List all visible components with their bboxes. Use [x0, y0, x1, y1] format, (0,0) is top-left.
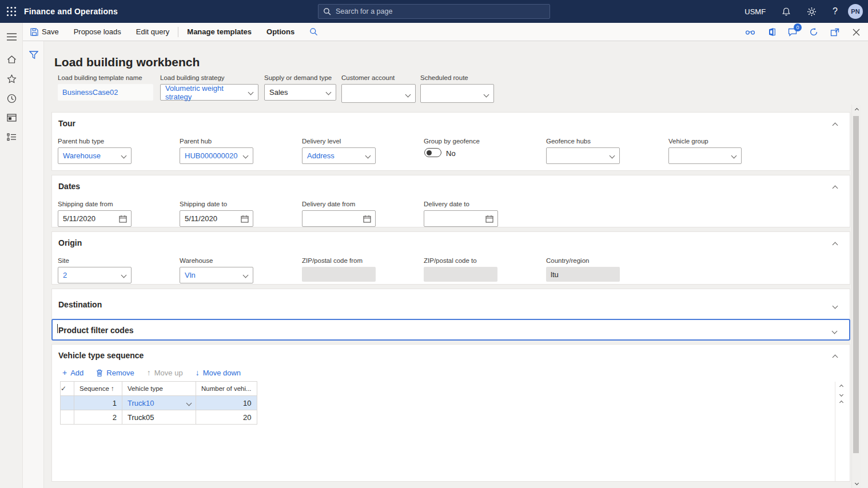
chevron-down-icon — [854, 481, 858, 485]
parent-hub-select[interactable]: HUB000000020 — [180, 147, 253, 164]
tour-collapse-button[interactable] — [830, 121, 839, 130]
app-launcher-waffle-icon[interactable] — [0, 0, 23, 23]
add-row-button[interactable]: + Add — [62, 368, 83, 377]
actionbar-divider — [178, 27, 178, 37]
vehicle-type-value: Truck10 — [128, 399, 154, 407]
template-name-label: Load building template name — [58, 74, 153, 81]
calendar-icon[interactable] — [119, 215, 127, 223]
strategy-select[interactable]: Volumetric weight strategy — [160, 84, 258, 101]
find-action-icon[interactable] — [302, 23, 325, 41]
scrollbar-thumb[interactable] — [853, 116, 859, 453]
calendar-icon[interactable] — [363, 215, 371, 223]
grid-row-1[interactable]: 1 Truck10 10 — [61, 396, 257, 410]
group-by-geofence-value: No — [446, 149, 456, 158]
vehicle-group-select[interactable] — [668, 147, 742, 164]
company-selector[interactable]: USMF — [736, 0, 774, 23]
global-search-input[interactable]: Search for a page — [318, 4, 550, 19]
delivery-level-select[interactable]: Address — [302, 147, 376, 164]
number-of-vehicles-cell[interactable]: 10 — [196, 396, 257, 410]
propose-loads-button[interactable]: Propose loads — [66, 23, 129, 41]
customer-account-select[interactable] — [341, 84, 416, 103]
delivery-level-value: Address — [307, 151, 335, 160]
origin-collapse-button[interactable] — [830, 240, 839, 249]
move-down-label: Move down — [203, 369, 241, 377]
country-region-value: ltu — [551, 270, 559, 279]
toggle-knob — [427, 150, 432, 155]
shipping-date-from-input[interactable]: 5/11/2020 — [58, 210, 132, 227]
remove-row-button[interactable]: Remove — [96, 369, 134, 377]
chevron-down-icon — [365, 153, 371, 159]
grid-scroll-down-button[interactable] — [838, 391, 845, 398]
supply-type-select[interactable]: Sales — [264, 84, 336, 101]
filter-funnel-icon[interactable] — [23, 46, 44, 64]
modules-list-icon[interactable] — [0, 128, 23, 146]
vehicle-type-cell[interactable]: Truck05 — [122, 410, 196, 425]
delivery-date-to-input[interactable] — [424, 210, 498, 227]
site-select[interactable]: 2 — [58, 267, 132, 283]
refresh-icon[interactable] — [809, 27, 819, 37]
app-title[interactable]: Finance and Operations — [24, 7, 118, 16]
row-selector[interactable] — [61, 410, 74, 425]
scrollbar-up-arrow[interactable] — [854, 107, 859, 113]
tab-options[interactable]: Options — [259, 23, 302, 41]
template-name-input[interactable]: BusinessCase02 — [58, 84, 153, 101]
grid-scroll-up-button[interactable] — [838, 383, 845, 390]
settings-gear-icon[interactable] — [799, 0, 825, 23]
messages-icon[interactable]: 0 — [787, 27, 798, 37]
chevron-up-icon — [832, 242, 838, 247]
calendar-icon[interactable] — [241, 215, 249, 223]
arrow-up-icon: ↑ — [147, 368, 151, 377]
vehicle-type-sequence-collapse-button[interactable] — [830, 353, 839, 362]
select-all-header[interactable]: ✓ — [61, 382, 74, 396]
geofence-hubs-select[interactable] — [546, 147, 620, 164]
open-in-new-window-icon[interactable] — [830, 27, 840, 37]
notifications-bell-icon[interactable] — [774, 0, 799, 23]
recent-clock-icon[interactable] — [0, 89, 23, 107]
home-icon[interactable] — [0, 50, 23, 69]
office-apps-icon[interactable] — [766, 27, 777, 37]
help-icon[interactable]: ? — [825, 0, 846, 23]
parent-hub-type-value: Warehouse — [63, 151, 101, 160]
shipping-date-to-input[interactable]: 5/11/2020 — [180, 210, 253, 227]
country-region-label: Country/region — [546, 257, 620, 264]
section-product-filter-codes[interactable]: Product filter codes — [51, 319, 850, 341]
delivery-date-to-label: Delivery date to — [424, 201, 498, 207]
sequence-cell[interactable]: 1 — [74, 396, 122, 410]
parent-hub-type-select[interactable]: Warehouse — [58, 147, 132, 164]
save-button[interactable]: Save — [23, 23, 66, 41]
favorites-star-icon[interactable] — [0, 70, 23, 88]
text-cursor — [57, 324, 58, 333]
grid-scroll-top-button[interactable] — [838, 399, 845, 406]
country-region-input: ltu — [546, 267, 620, 282]
scheduled-route-select[interactable] — [420, 84, 494, 103]
product-filter-codes-expand-button[interactable] — [830, 326, 839, 335]
edit-query-button[interactable]: Edit query — [129, 23, 177, 41]
section-destination[interactable]: Destination — [51, 289, 850, 319]
group-by-geofence-toggle[interactable] — [424, 148, 441, 157]
move-down-button[interactable]: ↓ Move down — [196, 368, 241, 377]
warehouse-value: Vln — [185, 271, 196, 279]
close-icon[interactable] — [851, 27, 861, 37]
column-header-number-of-vehicles[interactable]: Number of vehi... — [196, 382, 257, 396]
calendar-icon[interactable] — [485, 215, 493, 223]
row-selector[interactable] — [61, 396, 74, 410]
move-up-button[interactable]: ↑ Move up — [147, 368, 183, 377]
product-filter-codes-title: Product filter codes — [58, 326, 133, 335]
vehicle-type-cell-combo[interactable]: Truck10 — [122, 396, 196, 410]
hamburger-menu-icon[interactable] — [0, 27, 23, 46]
chevron-down-icon — [186, 401, 192, 406]
grid-row-2[interactable]: 2 Truck05 20 — [61, 410, 257, 425]
destination-expand-button[interactable] — [830, 301, 839, 310]
tab-manage-templates[interactable]: Manage templates — [180, 23, 259, 41]
column-header-sequence[interactable]: Sequence ↑ — [74, 382, 122, 396]
delivery-date-from-input[interactable] — [302, 210, 376, 227]
dates-collapse-button[interactable] — [830, 183, 839, 193]
glasses-icon[interactable] — [745, 27, 755, 37]
scrollbar-down-arrow[interactable] — [854, 480, 859, 486]
warehouse-select[interactable]: Vln — [180, 267, 253, 283]
workspaces-icon[interactable] — [0, 109, 23, 127]
user-avatar[interactable]: PN — [848, 4, 863, 19]
sequence-cell[interactable]: 2 — [74, 410, 122, 425]
number-of-vehicles-cell[interactable]: 20 — [196, 410, 257, 425]
column-header-vehicle-type[interactable]: Vehicle type — [122, 382, 196, 396]
